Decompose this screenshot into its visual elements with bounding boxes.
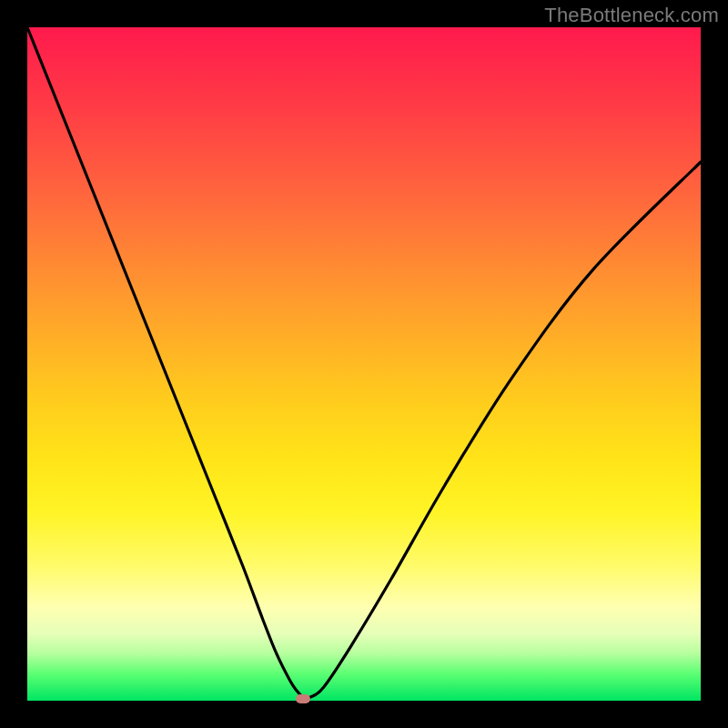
- bottleneck-marker: [296, 694, 310, 703]
- bottleneck-curve: [27, 27, 701, 701]
- plot-area: [27, 27, 701, 701]
- chart-frame: TheBottleneck.com: [0, 0, 728, 728]
- watermark-text: TheBottleneck.com: [544, 4, 719, 27]
